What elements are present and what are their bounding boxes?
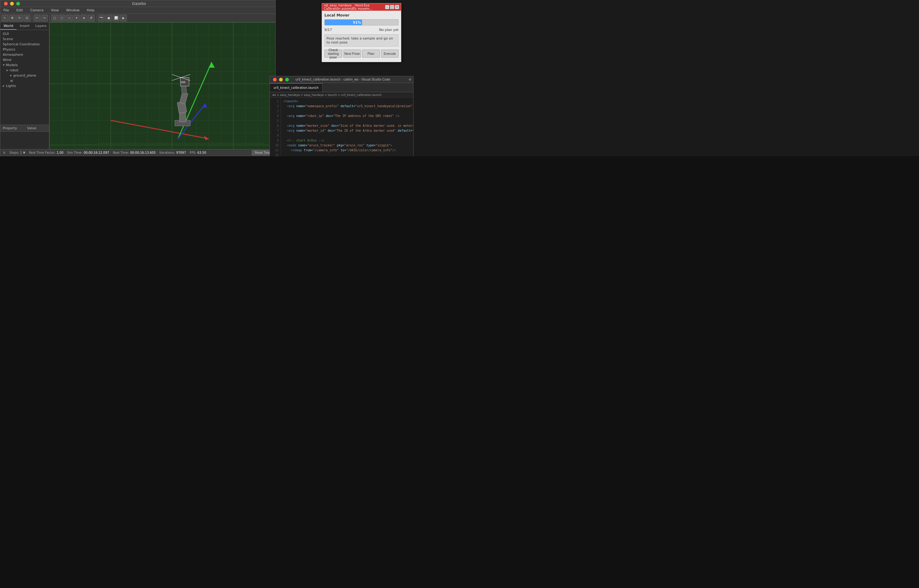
- desktop-bg: [0, 156, 919, 588]
- tree-robot-label: robot: [10, 68, 18, 72]
- lm-close[interactable]: ✕: [395, 5, 399, 9]
- menu-camera[interactable]: Camera: [29, 8, 45, 13]
- tree-spherical[interactable]: Spherical Coordinates: [0, 42, 49, 47]
- gazebo-main: World Insert Layers GUI Scene Spherical …: [0, 23, 275, 149]
- pose-count: 9/17: [325, 28, 332, 32]
- gazebo-left-panel: World Insert Layers GUI Scene Spherical …: [0, 23, 49, 149]
- tree-scene[interactable]: Scene: [0, 36, 49, 42]
- tree-gui[interactable]: GUI: [0, 31, 49, 36]
- vsc-close[interactable]: [273, 78, 277, 81]
- vsc-maximize[interactable]: [285, 78, 289, 81]
- code-line-8: [283, 133, 411, 138]
- code-line-5: [283, 118, 411, 123]
- close-button[interactable]: [4, 2, 8, 5]
- gazebo-titlebar: Gazebo: [0, 0, 275, 7]
- tree-atmosphere[interactable]: Atmosphere: [0, 52, 49, 57]
- code-line-1: <launch>: [283, 99, 411, 104]
- check-starting-pose-btn[interactable]: Check starting pose: [325, 50, 342, 58]
- menu-window[interactable]: Window: [64, 8, 81, 13]
- steps-control[interactable]: Steps: 1 ▼: [10, 151, 26, 154]
- scale-tool[interactable]: ⊡: [24, 15, 30, 21]
- light-tool[interactable]: ✦: [73, 15, 80, 21]
- code-line-6: <arg name="marker_size" doc="Size of the…: [283, 123, 411, 128]
- vsc-tab-file[interactable]: ur5_kinect_calibration.launch: [270, 83, 323, 92]
- code-line-3: [283, 109, 411, 114]
- code-line-2: <arg name="namespace_prefix" default="ur…: [283, 104, 411, 109]
- property-header: Property Value: [0, 125, 49, 132]
- redo-btn[interactable]: ↪: [41, 15, 48, 21]
- expand-arrow: ▼: [3, 64, 5, 66]
- sim-btn[interactable]: ▶: [120, 15, 127, 21]
- tree-atmosphere-label: Atmosphere: [3, 53, 23, 57]
- sim-time: Sim Time: 00:00:16:12.097: [67, 151, 109, 154]
- tree-physics[interactable]: Physics: [0, 47, 49, 52]
- value-col: Value: [25, 126, 49, 130]
- real-time: Real Time: 00:00:16:13.605: [113, 151, 156, 154]
- execute-btn[interactable]: Execute: [381, 50, 399, 58]
- expand-arrow-lights: ▶: [3, 84, 5, 87]
- plot-btn[interactable]: 📊: [113, 15, 120, 21]
- box-tool[interactable]: □: [51, 15, 58, 21]
- code-line-7: <arg name="marker_id" doc="The ID of the…: [283, 128, 411, 133]
- code-line-9: <!-- start ArUco -->: [283, 138, 411, 143]
- gazebo-title: Gazebo: [20, 2, 258, 6]
- gazebo-viewport[interactable]: cam: [49, 23, 275, 149]
- tree-ai-label: ai: [10, 79, 13, 83]
- tree-models-label: Models: [6, 63, 18, 67]
- tree-physics-label: Physics: [3, 47, 15, 52]
- sphere-tool[interactable]: ○: [58, 15, 65, 21]
- vscode-breadcrumb: ws > easy_handeye > easy_handeye > launc…: [270, 92, 413, 98]
- local-mover-title: rqt_easy_handeye__Hand-Eye Calibration a…: [324, 4, 384, 10]
- grid-tool[interactable]: #: [88, 15, 95, 21]
- gazebo-window: Gazebo File Edit Camera View Window Help…: [0, 0, 276, 156]
- expand-arrow-ground: ▶: [10, 74, 12, 77]
- record-btn[interactable]: ●: [105, 15, 112, 21]
- undo-btn[interactable]: ↩: [34, 15, 40, 21]
- tab-insert[interactable]: Insert: [16, 23, 33, 30]
- sep3: [96, 15, 97, 21]
- translate-tool[interactable]: ✥: [9, 15, 16, 21]
- local-mover-window: rqt_easy_handeye__Hand-Eye Calibration a…: [321, 3, 401, 62]
- screenshot-btn[interactable]: 📷: [98, 15, 105, 21]
- tree-ground-label: ground_plane: [13, 73, 36, 78]
- tree-models[interactable]: ▼ Models: [0, 63, 49, 68]
- vscode-title: ur5_kinect_calibration.launch - catkin_w…: [289, 78, 397, 81]
- tree-wind[interactable]: Wind: [0, 57, 49, 63]
- tab-world[interactable]: World: [0, 23, 16, 30]
- rotate-tool[interactable]: ↻: [16, 15, 23, 21]
- plan-btn[interactable]: Plan: [362, 50, 380, 58]
- iterations: Iterations: 97097: [159, 151, 186, 154]
- menu-help[interactable]: Help: [85, 8, 96, 13]
- tree-robot[interactable]: ▶ robot: [0, 68, 49, 73]
- select-tool[interactable]: ↖: [2, 15, 8, 21]
- property-panel: Property Value: [0, 124, 49, 149]
- property-col: Property: [0, 126, 25, 130]
- menu-view[interactable]: View: [49, 8, 61, 13]
- tree-spherical-label: Spherical Coordinates: [3, 42, 40, 46]
- tree-gui-label: GUI: [3, 32, 9, 36]
- vsc-settings-icon[interactable]: ⚙: [409, 78, 412, 81]
- lm-minimize[interactable]: −: [385, 5, 389, 9]
- vsc-minimize[interactable]: [279, 78, 283, 81]
- pause-btn[interactable]: ⏸: [3, 151, 6, 154]
- menu-edit[interactable]: Edit: [15, 8, 24, 13]
- tree-wind-label: Wind: [3, 58, 11, 62]
- tree-lights-label: Lights: [6, 84, 16, 88]
- tree-ground-plane[interactable]: ▶ ground_plane: [0, 73, 49, 78]
- star-tool[interactable]: ★: [81, 15, 87, 21]
- tree-scene-label: Scene: [3, 37, 13, 41]
- tab-layers[interactable]: Layers: [33, 23, 49, 30]
- lm-maximize[interactable]: □: [390, 5, 394, 9]
- menu-file[interactable]: File: [2, 8, 11, 13]
- minimize-button[interactable]: [10, 2, 14, 5]
- local-mover-content: Local Mover 51% 9/17 No plan yet Pose re…: [322, 11, 401, 62]
- next-pose-btn[interactable]: Next Pose: [343, 50, 361, 58]
- left-tabs: World Insert Layers: [0, 23, 49, 30]
- gazebo-menubar: File Edit Camera View Window Help: [0, 7, 275, 14]
- maximize-button[interactable]: [16, 2, 20, 5]
- svg-text:cam: cam: [181, 81, 185, 84]
- tree-ai[interactable]: ai: [0, 78, 49, 83]
- plan-status: No plan yet: [379, 28, 399, 32]
- tree-lights[interactable]: ▶ Lights: [0, 83, 49, 89]
- cylinder-tool[interactable]: ⬭: [66, 15, 73, 21]
